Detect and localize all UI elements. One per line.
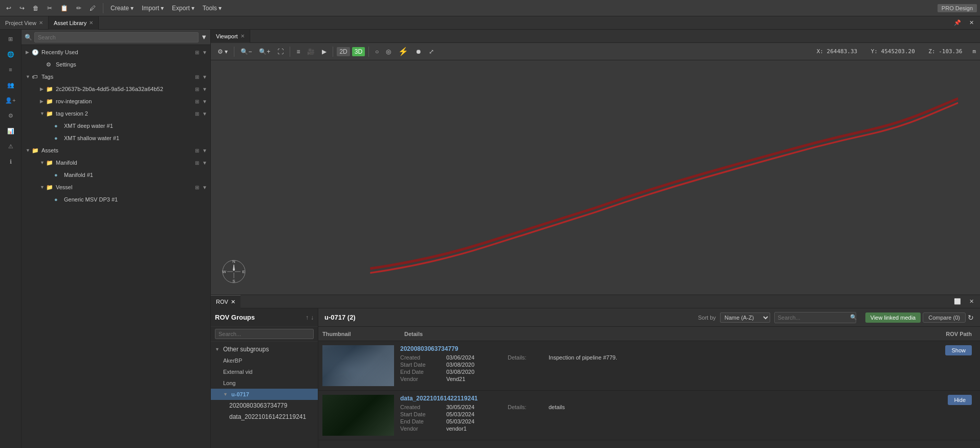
- vp-fit-btn[interactable]: ⛶: [275, 47, 286, 56]
- tree-item-manifold-1[interactable]: ● Manifold #1: [21, 169, 210, 181]
- rov-tree-item-1[interactable]: 20200803063734779: [211, 400, 318, 411]
- row1-detail-grid: Created 03/06/2024 Details: Inspection o…: [400, 354, 874, 382]
- arrow-tags: ▼: [26, 74, 32, 79]
- redo-button[interactable]: ↪: [16, 4, 28, 13]
- tree-item-assets[interactable]: ▼ 📁 Assets ⊞ ▼: [21, 144, 210, 156]
- refresh-button[interactable]: ↻: [968, 312, 974, 323]
- rov-search-input[interactable]: [215, 329, 314, 339]
- tags-action-2[interactable]: ▼: [201, 74, 208, 80]
- tree-item-xmt-shallow[interactable]: ● XMT shallow water #1: [21, 132, 210, 144]
- assets-action-1[interactable]: ⊞: [194, 148, 200, 153]
- sidebar-icon-globe[interactable]: 🌐: [2, 47, 20, 61]
- tag-uuid-action-2[interactable]: ▼: [201, 86, 208, 92]
- row1-show-button[interactable]: Show: [945, 345, 972, 355]
- vessel-action-1[interactable]: ⊞: [194, 185, 200, 190]
- sidebar-icon-chart[interactable]: 📊: [2, 124, 20, 138]
- close-panel-button[interactable]: ✕: [966, 18, 977, 27]
- vp-green-btn[interactable]: ⚡: [396, 46, 411, 57]
- rov-tree-other-subgroups[interactable]: ▼ Other subgroups: [211, 344, 318, 355]
- manifold-action-2[interactable]: ▼: [201, 160, 208, 166]
- rov-integration-action-2[interactable]: ▼: [201, 99, 208, 104]
- sidebar-icon-layers[interactable]: ≡: [2, 62, 20, 77]
- manifold-action-1[interactable]: ⊞: [194, 160, 200, 166]
- tree-item-generic-msv[interactable]: ● Generic MSV DP3 #1: [21, 193, 210, 206]
- tab-asset-library[interactable]: Asset Library ✕: [49, 16, 99, 30]
- tag-uuid-action-1[interactable]: ⊞: [194, 86, 200, 92]
- vp-zoom-in-btn[interactable]: 🔍+: [256, 47, 273, 56]
- close-project-view-icon[interactable]: ✕: [39, 20, 43, 26]
- rov-table-header: Thumbnail Details ROV Path: [318, 327, 980, 341]
- tree-item-vessel[interactable]: ▼ 📁 Vessel ⊞ ▼: [21, 181, 210, 193]
- edit-button[interactable]: ✏: [73, 4, 84, 13]
- undo-button[interactable]: ↩: [3, 4, 14, 13]
- recently-used-action-1[interactable]: ⊞: [194, 50, 200, 55]
- tools-button[interactable]: Tools ▾: [200, 4, 225, 13]
- recently-used-action-2[interactable]: ▼: [201, 50, 208, 55]
- rov-tree-akerbp[interactable]: AkerBP: [211, 355, 318, 366]
- tags-action-1[interactable]: ⊞: [194, 74, 200, 80]
- sidebar-icon-user-add[interactable]: 👤+: [2, 93, 20, 107]
- rov-integration-action-1[interactable]: ⊞: [194, 99, 200, 104]
- filter-button[interactable]: ▼: [201, 33, 207, 41]
- tree-item-tag-version-2[interactable]: ▼ 📁 tag version 2 ⊞ ▼: [21, 107, 210, 120]
- tag-version-2-action-1[interactable]: ⊞: [194, 111, 200, 117]
- tag-version-2-action-2[interactable]: ▼: [201, 111, 208, 117]
- vp-layers-btn[interactable]: ≡: [294, 47, 302, 56]
- rov-sort-select[interactable]: Name (A-Z) Name (Z-A) Date Created Date …: [720, 312, 770, 323]
- rov-tree-item-2[interactable]: data_202210161422119241: [211, 411, 318, 422]
- cut-button[interactable]: ✂: [44, 4, 55, 13]
- vp-zoom-out-btn[interactable]: 🔍−: [238, 47, 254, 56]
- vp-2d-btn[interactable]: 2D: [337, 47, 350, 56]
- close-asset-library-icon[interactable]: ✕: [89, 20, 93, 26]
- tree-item-xmt-deep[interactable]: ● XMT deep water #1: [21, 120, 210, 132]
- folder-icon-1: 📁: [46, 86, 54, 93]
- rov-tree-u0717[interactable]: ▼ u-0717: [211, 389, 318, 400]
- vp-play-btn[interactable]: ▶: [319, 47, 329, 56]
- vp-expand-btn[interactable]: ⤢: [426, 47, 437, 56]
- asset-icon-2: ●: [54, 135, 62, 141]
- view-linked-media-button[interactable]: View linked media: [865, 312, 921, 323]
- copy-button[interactable]: 📋: [57, 4, 71, 13]
- tree-item-recently-used[interactable]: ▶ 🕐 Recently Used ⊞ ▼: [21, 46, 210, 58]
- close-rov-icon[interactable]: ✕: [231, 299, 235, 305]
- delete-button[interactable]: 🗑: [30, 4, 42, 13]
- tree-item-rov-integration[interactable]: ▶ 📁 rov-integration ⊞ ▼: [21, 95, 210, 107]
- compare-button[interactable]: Compare (0): [923, 312, 966, 323]
- pencil-button[interactable]: 🖊: [86, 4, 99, 13]
- vessel-action-2[interactable]: ▼: [201, 185, 208, 190]
- sidebar-icon-info[interactable]: ℹ: [2, 154, 20, 169]
- rov-sort-asc-btn[interactable]: ↑: [306, 314, 309, 321]
- create-button[interactable]: Create ▾: [107, 4, 137, 13]
- vp-camera-btn[interactable]: 🎥: [304, 47, 317, 56]
- vp-3d-btn[interactable]: 3D: [352, 47, 365, 56]
- rov-tree-external-vid[interactable]: External vid: [211, 366, 318, 377]
- tree-item-manifold[interactable]: ▼ 📁 Manifold ⊞ ▼: [21, 156, 210, 169]
- tree-item-settings[interactable]: ⚙ Settings: [21, 58, 210, 71]
- row2-hide-button[interactable]: Hide: [948, 395, 972, 405]
- rov-tree-long[interactable]: Long: [211, 377, 318, 389]
- vp-sphere-btn[interactable]: ○: [373, 47, 381, 56]
- asset-library-panel: 🔍 ▼ ▶ 🕐 Recently Used ⊞ ▼: [21, 30, 211, 448]
- assets-action-2[interactable]: ▼: [201, 148, 208, 153]
- close-viewport-icon[interactable]: ✕: [241, 33, 245, 39]
- import-button[interactable]: Import ▾: [139, 4, 167, 13]
- tab-project-view[interactable]: Project View ✕: [0, 16, 49, 30]
- tab-viewport[interactable]: Viewport ✕: [211, 30, 250, 43]
- vp-sphere2-btn[interactable]: ◎: [383, 47, 394, 56]
- rov-main-search-input[interactable]: [774, 312, 856, 323]
- tab-rov[interactable]: ROV ✕: [211, 295, 241, 308]
- vp-settings-btn[interactable]: ⚙ ▾: [215, 47, 230, 56]
- search-input[interactable]: [34, 32, 199, 42]
- export-button[interactable]: Export ▾: [169, 4, 198, 13]
- sidebar-icon-settings[interactable]: ⚙: [2, 108, 20, 123]
- rov-panel-close-btn[interactable]: ✕: [966, 297, 977, 306]
- sidebar-icon-warning[interactable]: ⚠: [2, 139, 20, 153]
- sidebar-icon-group[interactable]: 👥: [2, 78, 20, 92]
- tree-item-tag-uuid[interactable]: ▶ 📁 2c20637b-2b0a-4dd5-9a5d-136a32a64b52…: [21, 83, 210, 95]
- pin-button[interactable]: 📌: [951, 18, 964, 27]
- rov-sort-desc-btn[interactable]: ↓: [311, 314, 314, 321]
- vp-record-btn[interactable]: ⏺: [413, 47, 424, 56]
- sidebar-icon-grid[interactable]: ⊞: [2, 32, 20, 46]
- rov-panel-resize-btn[interactable]: ⬜: [951, 297, 964, 306]
- tree-item-tags[interactable]: ▼ 🏷 Tags ⊞ ▼: [21, 71, 210, 83]
